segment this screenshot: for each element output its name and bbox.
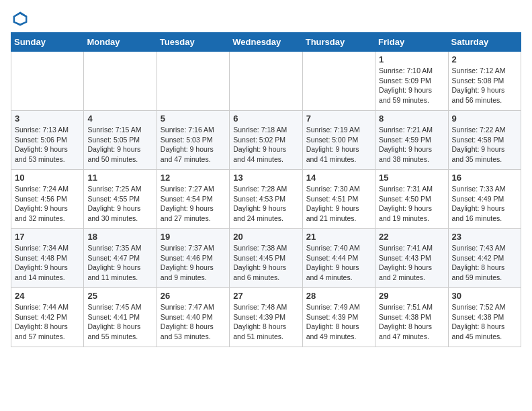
day-info: Sunrise: 7:44 AM Sunset: 4:42 PM Dayligh… xyxy=(15,302,80,342)
calendar-week-row: 10Sunrise: 7:24 AM Sunset: 4:56 PM Dayli… xyxy=(11,170,521,229)
calendar-cell: 22Sunrise: 7:41 AM Sunset: 4:43 PM Dayli… xyxy=(375,229,448,288)
day-number: 17 xyxy=(15,232,80,242)
calendar-cell: 15Sunrise: 7:31 AM Sunset: 4:50 PM Dayli… xyxy=(375,170,448,229)
calendar-week-row: 1Sunrise: 7:10 AM Sunset: 5:09 PM Daylig… xyxy=(11,52,521,111)
weekday-header-wednesday: Wednesday xyxy=(230,33,302,52)
day-number: 2 xyxy=(452,54,517,64)
day-info: Sunrise: 7:12 AM Sunset: 5:08 PM Dayligh… xyxy=(452,66,517,105)
calendar-cell: 2Sunrise: 7:12 AM Sunset: 5:08 PM Daylig… xyxy=(448,52,521,111)
calendar-cell: 7Sunrise: 7:19 AM Sunset: 5:00 PM Daylig… xyxy=(302,111,375,170)
day-number: 6 xyxy=(233,113,298,124)
day-number: 14 xyxy=(306,173,371,183)
calendar-week-row: 24Sunrise: 7:44 AM Sunset: 4:42 PM Dayli… xyxy=(11,288,521,347)
calendar-cell xyxy=(84,52,157,111)
calendar-cell: 27Sunrise: 7:48 AM Sunset: 4:39 PM Dayli… xyxy=(230,288,302,347)
day-number: 3 xyxy=(15,113,80,124)
calendar-cell: 4Sunrise: 7:15 AM Sunset: 5:05 PM Daylig… xyxy=(84,111,157,170)
day-number: 13 xyxy=(233,173,298,183)
day-number: 19 xyxy=(161,232,226,242)
weekday-header-saturday: Saturday xyxy=(448,33,521,52)
calendar-cell: 20Sunrise: 7:38 AM Sunset: 4:45 PM Dayli… xyxy=(230,229,302,288)
calendar-cell: 26Sunrise: 7:47 AM Sunset: 4:40 PM Dayli… xyxy=(157,288,229,347)
weekday-header-sunday: Sunday xyxy=(11,33,84,52)
calendar-cell: 30Sunrise: 7:52 AM Sunset: 4:38 PM Dayli… xyxy=(448,288,521,347)
day-number: 11 xyxy=(87,173,152,183)
day-info: Sunrise: 7:28 AM Sunset: 4:53 PM Dayligh… xyxy=(233,184,298,224)
calendar-cell: 16Sunrise: 7:33 AM Sunset: 4:49 PM Dayli… xyxy=(448,170,521,229)
calendar-cell: 12Sunrise: 7:27 AM Sunset: 4:54 PM Dayli… xyxy=(157,170,229,229)
day-number: 23 xyxy=(452,232,517,242)
calendar-cell: 14Sunrise: 7:30 AM Sunset: 4:51 PM Dayli… xyxy=(302,170,375,229)
calendar-cell: 3Sunrise: 7:13 AM Sunset: 5:06 PM Daylig… xyxy=(11,111,84,170)
calendar-cell: 8Sunrise: 7:21 AM Sunset: 4:59 PM Daylig… xyxy=(375,111,448,170)
calendar-cell: 24Sunrise: 7:44 AM Sunset: 4:42 PM Dayli… xyxy=(11,288,84,347)
day-info: Sunrise: 7:37 AM Sunset: 4:46 PM Dayligh… xyxy=(161,243,226,283)
day-info: Sunrise: 7:52 AM Sunset: 4:38 PM Dayligh… xyxy=(452,302,517,342)
day-info: Sunrise: 7:16 AM Sunset: 5:03 PM Dayligh… xyxy=(161,125,226,165)
calendar-cell xyxy=(302,52,375,111)
day-number: 9 xyxy=(452,113,517,124)
day-info: Sunrise: 7:49 AM Sunset: 4:39 PM Dayligh… xyxy=(306,302,371,342)
day-number: 8 xyxy=(379,113,444,124)
day-info: Sunrise: 7:13 AM Sunset: 5:06 PM Dayligh… xyxy=(15,125,80,165)
day-number: 25 xyxy=(87,291,152,301)
day-info: Sunrise: 7:51 AM Sunset: 4:38 PM Dayligh… xyxy=(379,302,444,342)
day-number: 10 xyxy=(15,173,80,183)
day-info: Sunrise: 7:21 AM Sunset: 4:59 PM Dayligh… xyxy=(379,125,444,165)
calendar-cell: 25Sunrise: 7:45 AM Sunset: 4:41 PM Dayli… xyxy=(84,288,157,347)
day-info: Sunrise: 7:48 AM Sunset: 4:39 PM Dayligh… xyxy=(233,302,298,342)
day-number: 27 xyxy=(233,291,298,301)
day-info: Sunrise: 7:40 AM Sunset: 4:44 PM Dayligh… xyxy=(306,243,371,283)
day-info: Sunrise: 7:38 AM Sunset: 4:45 PM Dayligh… xyxy=(233,243,298,283)
day-info: Sunrise: 7:43 AM Sunset: 4:42 PM Dayligh… xyxy=(452,243,517,283)
weekday-header-tuesday: Tuesday xyxy=(157,33,229,52)
day-number: 29 xyxy=(379,291,444,301)
day-info: Sunrise: 7:47 AM Sunset: 4:40 PM Dayligh… xyxy=(161,302,226,342)
calendar-cell xyxy=(230,52,302,111)
calendar-cell xyxy=(157,52,229,111)
calendar-cell: 13Sunrise: 7:28 AM Sunset: 4:53 PM Dayli… xyxy=(230,170,302,229)
weekday-header-monday: Monday xyxy=(84,33,157,52)
calendar-cell: 21Sunrise: 7:40 AM Sunset: 4:44 PM Dayli… xyxy=(302,229,375,288)
calendar-week-row: 17Sunrise: 7:34 AM Sunset: 4:48 PM Dayli… xyxy=(11,229,521,288)
calendar-cell: 17Sunrise: 7:34 AM Sunset: 4:48 PM Dayli… xyxy=(11,229,84,288)
day-info: Sunrise: 7:24 AM Sunset: 4:56 PM Dayligh… xyxy=(15,184,80,224)
day-number: 5 xyxy=(161,113,226,124)
calendar-cell: 6Sunrise: 7:18 AM Sunset: 5:02 PM Daylig… xyxy=(230,111,302,170)
calendar-cell: 29Sunrise: 7:51 AM Sunset: 4:38 PM Dayli… xyxy=(375,288,448,347)
day-number: 12 xyxy=(161,173,226,183)
calendar-cell xyxy=(11,52,84,111)
day-info: Sunrise: 7:19 AM Sunset: 5:00 PM Dayligh… xyxy=(306,125,371,165)
day-number: 16 xyxy=(452,173,517,183)
calendar-week-row: 3Sunrise: 7:13 AM Sunset: 5:06 PM Daylig… xyxy=(11,111,521,170)
day-number: 7 xyxy=(306,113,371,124)
day-number: 24 xyxy=(15,291,80,301)
day-number: 30 xyxy=(452,291,517,301)
page-header xyxy=(11,11,521,27)
day-number: 4 xyxy=(87,113,152,124)
day-number: 21 xyxy=(306,232,371,242)
day-info: Sunrise: 7:22 AM Sunset: 4:58 PM Dayligh… xyxy=(452,125,517,165)
weekday-header-friday: Friday xyxy=(375,33,448,52)
day-info: Sunrise: 7:30 AM Sunset: 4:51 PM Dayligh… xyxy=(306,184,371,224)
weekday-header-row: SundayMondayTuesdayWednesdayThursdayFrid… xyxy=(11,33,521,52)
calendar-cell: 19Sunrise: 7:37 AM Sunset: 4:46 PM Dayli… xyxy=(157,229,229,288)
logo-icon xyxy=(12,11,28,27)
day-info: Sunrise: 7:45 AM Sunset: 4:41 PM Dayligh… xyxy=(87,302,152,342)
day-info: Sunrise: 7:10 AM Sunset: 5:09 PM Dayligh… xyxy=(379,66,444,105)
calendar-cell: 9Sunrise: 7:22 AM Sunset: 4:58 PM Daylig… xyxy=(448,111,521,170)
day-info: Sunrise: 7:41 AM Sunset: 4:43 PM Dayligh… xyxy=(379,243,444,283)
day-number: 28 xyxy=(306,291,371,301)
day-info: Sunrise: 7:25 AM Sunset: 4:55 PM Dayligh… xyxy=(87,184,152,224)
day-info: Sunrise: 7:34 AM Sunset: 4:48 PM Dayligh… xyxy=(15,243,80,283)
day-number: 22 xyxy=(379,232,444,242)
day-number: 18 xyxy=(87,232,152,242)
calendar-cell: 18Sunrise: 7:35 AM Sunset: 4:47 PM Dayli… xyxy=(84,229,157,288)
day-number: 26 xyxy=(161,291,226,301)
calendar-cell: 28Sunrise: 7:49 AM Sunset: 4:39 PM Dayli… xyxy=(302,288,375,347)
day-info: Sunrise: 7:33 AM Sunset: 4:49 PM Dayligh… xyxy=(452,184,517,224)
day-number: 1 xyxy=(379,54,444,64)
day-info: Sunrise: 7:15 AM Sunset: 5:05 PM Dayligh… xyxy=(87,125,152,165)
day-number: 20 xyxy=(233,232,298,242)
calendar-cell: 1Sunrise: 7:10 AM Sunset: 5:09 PM Daylig… xyxy=(375,52,448,111)
